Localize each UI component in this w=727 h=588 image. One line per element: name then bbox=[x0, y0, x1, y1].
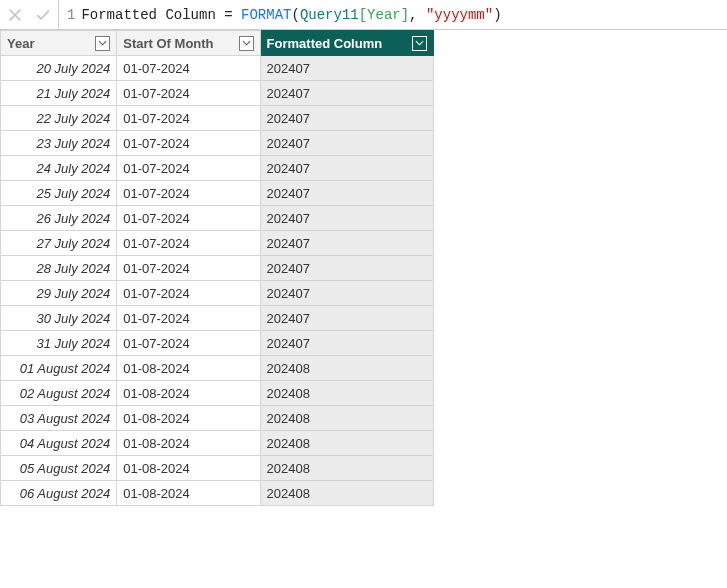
formula-close-paren: ) bbox=[493, 7, 501, 23]
column-header-som-label: Start Of Month bbox=[123, 36, 213, 51]
cell-year[interactable]: 27 July 2024 bbox=[1, 231, 117, 256]
cell-formatted[interactable]: 202407 bbox=[260, 281, 433, 306]
cell-year[interactable]: 23 July 2024 bbox=[1, 131, 117, 156]
cell-formatted[interactable]: 202407 bbox=[260, 331, 433, 356]
cell-year[interactable]: 30 July 2024 bbox=[1, 306, 117, 331]
cell-start-of-month[interactable]: 01-07-2024 bbox=[117, 131, 260, 156]
formula-string-literal: "yyyymm" bbox=[426, 7, 493, 23]
cell-start-of-month[interactable]: 01-07-2024 bbox=[117, 306, 260, 331]
column-header-fmt-label: Formatted Column bbox=[267, 36, 383, 51]
formula-open-paren: ( bbox=[291, 7, 299, 23]
table-row[interactable]: 05 August 202401-08-2024202408 bbox=[1, 456, 434, 481]
cell-year[interactable]: 29 July 2024 bbox=[1, 281, 117, 306]
column-header-start-of-month[interactable]: Start Of Month bbox=[117, 31, 260, 56]
cell-year[interactable]: 21 July 2024 bbox=[1, 81, 117, 106]
cell-year[interactable]: 03 August 2024 bbox=[1, 406, 117, 431]
cell-year[interactable]: 20 July 2024 bbox=[1, 56, 117, 81]
cell-start-of-month[interactable]: 01-08-2024 bbox=[117, 381, 260, 406]
table-row[interactable]: 31 July 202401-07-2024202407 bbox=[1, 331, 434, 356]
table-row[interactable]: 03 August 202401-08-2024202408 bbox=[1, 406, 434, 431]
cell-start-of-month[interactable]: 01-07-2024 bbox=[117, 56, 260, 81]
cell-start-of-month[interactable]: 01-07-2024 bbox=[117, 106, 260, 131]
cell-start-of-month[interactable]: 01-07-2024 bbox=[117, 81, 260, 106]
table-row[interactable]: 01 August 202401-08-2024202408 bbox=[1, 356, 434, 381]
cell-formatted[interactable]: 202407 bbox=[260, 106, 433, 131]
cell-formatted[interactable]: 202407 bbox=[260, 256, 433, 281]
cell-start-of-month[interactable]: 01-08-2024 bbox=[117, 456, 260, 481]
cell-start-of-month[interactable]: 01-07-2024 bbox=[117, 256, 260, 281]
cell-year[interactable]: 31 July 2024 bbox=[1, 331, 117, 356]
column-header-year-label: Year bbox=[7, 36, 34, 51]
cell-formatted[interactable]: 202408 bbox=[260, 356, 433, 381]
cell-formatted[interactable]: 202407 bbox=[260, 231, 433, 256]
cell-formatted[interactable]: 202407 bbox=[260, 181, 433, 206]
cell-formatted[interactable]: 202407 bbox=[260, 56, 433, 81]
table-row[interactable]: 30 July 202401-07-2024202407 bbox=[1, 306, 434, 331]
cell-formatted[interactable]: 202407 bbox=[260, 206, 433, 231]
table-row[interactable]: 22 July 202401-07-2024202407 bbox=[1, 106, 434, 131]
cancel-formula-button[interactable] bbox=[6, 6, 24, 24]
table-row[interactable]: 25 July 202401-07-2024202407 bbox=[1, 181, 434, 206]
cell-year[interactable]: 24 July 2024 bbox=[1, 156, 117, 181]
cell-start-of-month[interactable]: 01-07-2024 bbox=[117, 281, 260, 306]
formula-comma: , bbox=[409, 7, 426, 23]
cell-start-of-month[interactable]: 01-08-2024 bbox=[117, 406, 260, 431]
table-row[interactable]: 21 July 202401-07-2024202407 bbox=[1, 81, 434, 106]
cell-start-of-month[interactable]: 01-07-2024 bbox=[117, 181, 260, 206]
table-row[interactable]: 27 July 202401-07-2024202407 bbox=[1, 231, 434, 256]
filter-icon[interactable] bbox=[412, 36, 427, 51]
cell-formatted[interactable]: 202407 bbox=[260, 81, 433, 106]
cell-formatted[interactable]: 202408 bbox=[260, 481, 433, 506]
formula-measure-name: Formatted Column bbox=[81, 7, 215, 23]
cell-formatted[interactable]: 202408 bbox=[260, 406, 433, 431]
table-row[interactable]: 24 July 202401-07-2024202407 bbox=[1, 156, 434, 181]
formula-table-ref: Query11 bbox=[300, 7, 359, 23]
cell-year[interactable]: 25 July 2024 bbox=[1, 181, 117, 206]
commit-formula-button[interactable] bbox=[34, 6, 52, 24]
formula-editor[interactable]: Formatted Column = FORMAT(Query11[Year],… bbox=[81, 0, 727, 29]
cell-start-of-month[interactable]: 01-08-2024 bbox=[117, 431, 260, 456]
table-row[interactable]: 06 August 202401-08-2024202408 bbox=[1, 481, 434, 506]
cell-start-of-month[interactable]: 01-08-2024 bbox=[117, 481, 260, 506]
cell-formatted[interactable]: 202408 bbox=[260, 431, 433, 456]
cell-year[interactable]: 04 August 2024 bbox=[1, 431, 117, 456]
cell-start-of-month[interactable]: 01-08-2024 bbox=[117, 356, 260, 381]
cell-formatted[interactable]: 202407 bbox=[260, 156, 433, 181]
filter-icon[interactable] bbox=[239, 36, 254, 51]
formula-equals: = bbox=[216, 7, 241, 23]
table-row[interactable]: 02 August 202401-08-2024202408 bbox=[1, 381, 434, 406]
formula-line-number: 1 bbox=[59, 0, 81, 29]
cell-year[interactable]: 02 August 2024 bbox=[1, 381, 117, 406]
cell-year[interactable]: 06 August 2024 bbox=[1, 481, 117, 506]
data-table: Year Start Of Month Formatted Column bbox=[0, 30, 434, 506]
column-header-formatted[interactable]: Formatted Column bbox=[260, 31, 433, 56]
filter-icon[interactable] bbox=[95, 36, 110, 51]
table-row[interactable]: 20 July 202401-07-2024202407 bbox=[1, 56, 434, 81]
cell-year[interactable]: 28 July 2024 bbox=[1, 256, 117, 281]
table-row[interactable]: 04 August 202401-08-2024202408 bbox=[1, 431, 434, 456]
cell-formatted[interactable]: 202407 bbox=[260, 306, 433, 331]
data-table-body: 20 July 202401-07-202420240721 July 2024… bbox=[1, 56, 434, 506]
cell-start-of-month[interactable]: 01-07-2024 bbox=[117, 156, 260, 181]
formula-function: FORMAT bbox=[241, 7, 291, 23]
cell-year[interactable]: 01 August 2024 bbox=[1, 356, 117, 381]
table-row[interactable]: 29 July 202401-07-2024202407 bbox=[1, 281, 434, 306]
data-table-wrapper: Year Start Of Month Formatted Column bbox=[0, 30, 727, 506]
cell-formatted[interactable]: 202408 bbox=[260, 381, 433, 406]
formula-bar: 1 Formatted Column = FORMAT(Query11[Year… bbox=[0, 0, 727, 30]
cell-year[interactable]: 26 July 2024 bbox=[1, 206, 117, 231]
column-header-row: Year Start Of Month Formatted Column bbox=[1, 31, 434, 56]
formula-bar-actions bbox=[0, 0, 59, 29]
cell-start-of-month[interactable]: 01-07-2024 bbox=[117, 231, 260, 256]
cell-start-of-month[interactable]: 01-07-2024 bbox=[117, 331, 260, 356]
formula-column-ref: [Year] bbox=[359, 7, 409, 23]
cell-formatted[interactable]: 202408 bbox=[260, 456, 433, 481]
column-header-year[interactable]: Year bbox=[1, 31, 117, 56]
cell-formatted[interactable]: 202407 bbox=[260, 131, 433, 156]
table-row[interactable]: 28 July 202401-07-2024202407 bbox=[1, 256, 434, 281]
cell-year[interactable]: 22 July 2024 bbox=[1, 106, 117, 131]
table-row[interactable]: 26 July 202401-07-2024202407 bbox=[1, 206, 434, 231]
cell-year[interactable]: 05 August 2024 bbox=[1, 456, 117, 481]
table-row[interactable]: 23 July 202401-07-2024202407 bbox=[1, 131, 434, 156]
cell-start-of-month[interactable]: 01-07-2024 bbox=[117, 206, 260, 231]
